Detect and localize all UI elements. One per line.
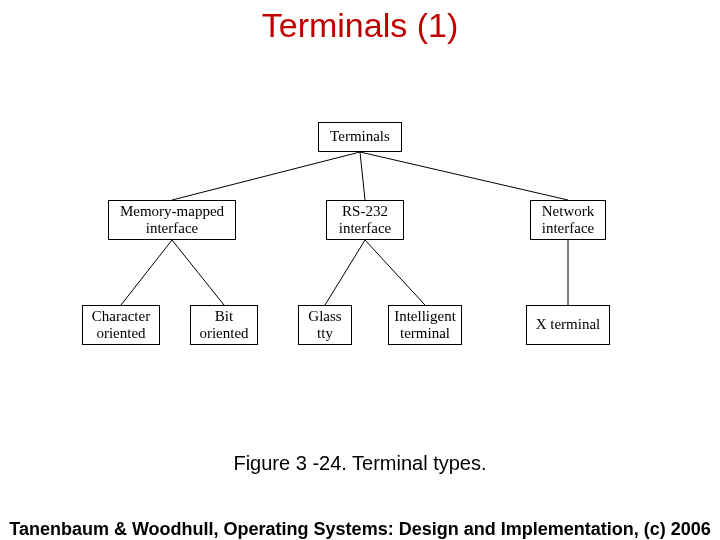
svg-line-5 xyxy=(325,240,365,305)
node-network: Network interface xyxy=(530,200,606,240)
node-bit-oriented: Bit oriented xyxy=(190,305,258,345)
figure-caption: Figure 3 -24. Terminal types. xyxy=(0,452,720,475)
svg-line-0 xyxy=(172,152,360,200)
svg-line-2 xyxy=(360,152,568,200)
svg-line-1 xyxy=(360,152,365,200)
svg-line-6 xyxy=(365,240,425,305)
tree-diagram: Terminals Memory-mapped interface RS-232… xyxy=(0,100,720,400)
footer-citation: Tanenbaum & Woodhull, Operating Systems:… xyxy=(0,519,720,540)
node-memory-mapped: Memory-mapped interface xyxy=(108,200,236,240)
node-glass-tty: Glass tty xyxy=(298,305,352,345)
node-intelligent-terminal: Intelligent terminal xyxy=(388,305,462,345)
svg-line-3 xyxy=(121,240,172,305)
svg-line-4 xyxy=(172,240,224,305)
page-title: Terminals (1) xyxy=(0,6,720,45)
node-character-oriented: Character oriented xyxy=(82,305,160,345)
node-x-terminal: X terminal xyxy=(526,305,610,345)
node-terminals: Terminals xyxy=(318,122,402,152)
node-rs232: RS-232 interface xyxy=(326,200,404,240)
